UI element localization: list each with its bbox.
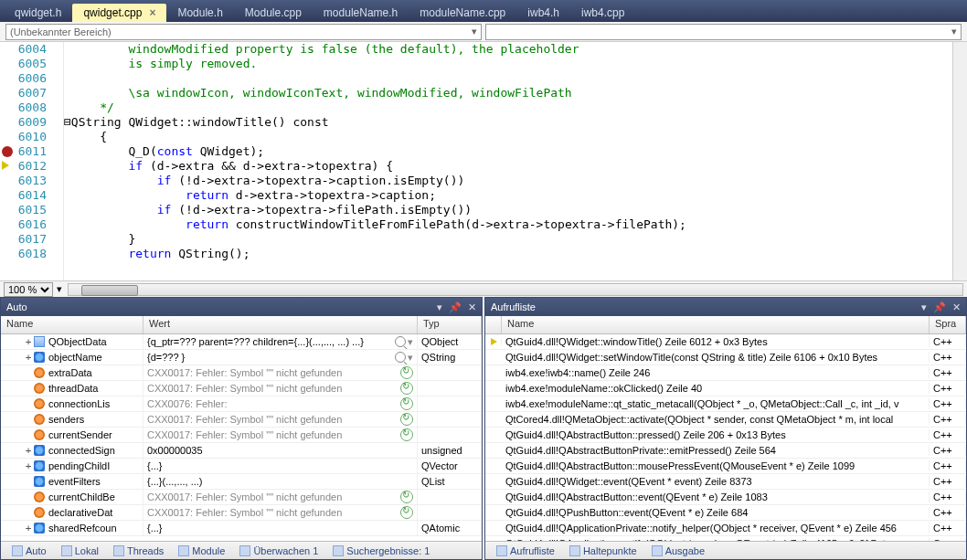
auto-bottom-tabs: AutoLokalThreadsModuleÜberwachen 1Sucher…	[1, 541, 482, 559]
panel-tab[interactable]: Aufrufliste	[489, 544, 562, 558]
magnifier-icon[interactable]	[395, 352, 406, 363]
editor-tab[interactable]: qwidget.cpp×	[72, 4, 166, 22]
pin-icon[interactable]: 📌	[933, 301, 946, 312]
var-value: CXX0017: Fehler: Symbol "" nicht gefunde…	[147, 429, 400, 440]
refresh-icon[interactable]	[400, 366, 413, 379]
panel-tab[interactable]: Lokal	[54, 544, 106, 558]
stack-frame-row[interactable]: iwb4.exe!moduleName::okClicked() Zeile 4…	[485, 381, 966, 396]
tab-label: Suchergebnisse: 1	[346, 545, 430, 556]
variable-row[interactable]: eventFilters{...}(...,..., ...)QList	[1, 474, 482, 490]
chevron-down-icon: ▾	[472, 26, 477, 37]
refresh-icon[interactable]	[400, 413, 413, 426]
editor-tab[interactable]: moduleName.h×	[313, 4, 409, 22]
editor-tab[interactable]: iwb4.h×	[516, 4, 570, 22]
stack-frame-row[interactable]: QtGuid4.dll!QWidget::windowTitle() Zeile…	[485, 334, 966, 350]
chevron-down-icon[interactable]: ▾	[408, 352, 413, 364]
var-name: senders	[48, 414, 84, 425]
expand-icon[interactable]: +	[23, 352, 34, 364]
error-icon	[34, 429, 45, 440]
variable-row[interactable]: +objectName{d=??? }▾QString	[1, 350, 482, 365]
code-area[interactable]: windowModified property is false (the de…	[64, 42, 952, 280]
close-icon[interactable]: ✕	[952, 301, 961, 312]
col-value[interactable]: Wert	[143, 316, 418, 333]
variable-row[interactable]: threadDataCXX0017: Fehler: Symbol "" nic…	[1, 381, 482, 396]
panel-tab[interactable]: Suchergebnisse: 1	[325, 544, 437, 558]
variable-row[interactable]: sendersCXX0017: Fehler: Symbol "" nicht …	[1, 412, 482, 428]
zoom-select[interactable]: 100 %	[4, 282, 53, 297]
col-lang[interactable]: Spra	[930, 316, 966, 333]
breakpoint-icon[interactable]	[2, 146, 13, 157]
refresh-icon[interactable]	[400, 397, 413, 410]
editor-tab[interactable]: qwidget.h×	[4, 4, 72, 22]
variable-row[interactable]: +pendingChildI{...}QVector	[1, 459, 482, 474]
stack-frame-row[interactable]: QtGuid4.dll!QAbstractButton::pressed() Z…	[485, 428, 966, 443]
var-type: QObject	[421, 336, 458, 347]
stack-frame-row[interactable]: iwb4.exe!moduleName::qt_static_metacall(…	[485, 396, 966, 412]
variable-row[interactable]: declarativeDatCXX0017: Fehler: Symbol ""…	[1, 505, 482, 521]
stack-frame-row[interactable]: QtGuid4.dll!QWidget::event(QEvent * even…	[485, 474, 966, 490]
member-dropdown[interactable]: ▾	[485, 24, 962, 40]
panel-tab[interactable]: Auto	[5, 544, 54, 558]
variable-row[interactable]: +sharedRefcoun{...}QAtomic	[1, 521, 482, 536]
variable-row[interactable]: connectionLisCXX0076: Fehler:	[1, 396, 482, 412]
panel-tab[interactable]: Ausgabe	[644, 544, 712, 558]
panel-tab[interactable]: Überwachen 1	[232, 544, 325, 558]
stack-frame-row[interactable]: QtGuid4.dll!QWidget::setWindowTitle(cons…	[485, 350, 966, 365]
field-icon	[34, 336, 45, 347]
variable-row[interactable]: +connectedSign0x00000035unsigned	[1, 443, 482, 459]
panel-tab[interactable]: Haltepunkte	[562, 544, 644, 558]
auto-grid-body[interactable]: +QObjectData{q_ptr=??? parent=??? childr…	[1, 334, 482, 541]
horizontal-scrollbar[interactable]	[68, 283, 963, 296]
frame-name: QtGuid4.dll!QWidget::setWindowTitle(cons…	[505, 352, 877, 363]
variable-row[interactable]: currentSenderCXX0017: Fehler: Symbol "" …	[1, 428, 482, 443]
close-icon[interactable]: ✕	[468, 301, 476, 312]
col-name[interactable]: Name	[502, 316, 930, 333]
scope-text: (Unbekannter Bereich)	[10, 26, 112, 37]
dropdown-icon[interactable]: ▾	[921, 301, 927, 312]
vertical-scrollbar[interactable]	[952, 42, 967, 280]
col-name[interactable]: Name	[1, 316, 143, 333]
col-marker[interactable]	[485, 316, 502, 333]
auto-panel: Auto ▾ 📌 ✕ Name Wert Typ +QObjectData{q_…	[0, 297, 483, 560]
variable-row[interactable]: currentChildBeCXX0017: Fehler: Symbol ""…	[1, 490, 482, 505]
error-icon	[34, 507, 45, 518]
frame-lang: C++	[933, 523, 952, 534]
stack-frame-row[interactable]: iwb4.exe!iwb4::name() Zeile 246C++	[485, 365, 966, 381]
dropdown-icon[interactable]: ▾	[437, 301, 442, 312]
stack-frame-row[interactable]: QtGuid4.dll!QPushButton::event(QEvent * …	[485, 505, 966, 521]
refresh-icon[interactable]	[400, 428, 413, 441]
refresh-icon[interactable]	[400, 506, 413, 519]
editor-tab[interactable]: iwb4.cpp×	[570, 4, 635, 22]
col-type[interactable]: Typ	[418, 316, 482, 333]
stack-frame-row[interactable]: QtGuid4.dll!QAbstractButton::event(QEven…	[485, 490, 966, 505]
callstack-grid-body[interactable]: QtGuid4.dll!QWidget::windowTitle() Zeile…	[485, 334, 966, 541]
var-value: CXX0017: Fehler: Symbol "" nicht gefunde…	[147, 491, 400, 502]
code-editor[interactable]: 6004600560066007600860096010601160126013…	[0, 42, 967, 280]
editor-tab[interactable]: moduleName.cpp×	[409, 4, 516, 22]
refresh-icon[interactable]	[400, 491, 413, 503]
tab-icon	[178, 545, 189, 556]
chevron-down-icon[interactable]: ▾	[408, 336, 413, 348]
expand-icon[interactable]: +	[23, 523, 34, 534]
refresh-icon[interactable]	[400, 382, 413, 395]
editor-tab[interactable]: Module.cpp×	[234, 4, 313, 22]
scope-dropdown[interactable]: (Unbekannter Bereich) ▾	[5, 24, 482, 40]
expand-icon[interactable]: +	[23, 460, 34, 472]
stack-frame-row[interactable]: QtGuid4.dll!QAbstractButtonPrivate::emit…	[485, 443, 966, 459]
expand-icon[interactable]: +	[23, 336, 34, 348]
field-icon	[34, 352, 45, 363]
pin-icon[interactable]: 📌	[449, 301, 462, 312]
magnifier-icon[interactable]	[395, 336, 406, 347]
variable-row[interactable]: +QObjectData{q_ptr=??? parent=??? childr…	[1, 334, 482, 350]
panel-tab[interactable]: Module	[171, 544, 232, 558]
editor-tab[interactable]: Module.h×	[166, 4, 233, 22]
stack-frame-row[interactable]: QtGuid4.dll!QAbstractButton::mousePressE…	[485, 459, 966, 474]
close-icon[interactable]: ×	[149, 6, 155, 19]
var-name: extraData	[48, 367, 92, 378]
expand-icon[interactable]: +	[23, 445, 34, 457]
stack-frame-row[interactable]: QtCored4.dll!QMetaObject::activate(QObje…	[485, 412, 966, 428]
panel-tab[interactable]: Threads	[106, 544, 171, 558]
variable-row[interactable]: extraDataCXX0017: Fehler: Symbol "" nich…	[1, 365, 482, 381]
var-name: objectName	[48, 352, 102, 363]
stack-frame-row[interactable]: QtGuid4.dll!QApplicationPrivate::notify_…	[485, 521, 966, 536]
